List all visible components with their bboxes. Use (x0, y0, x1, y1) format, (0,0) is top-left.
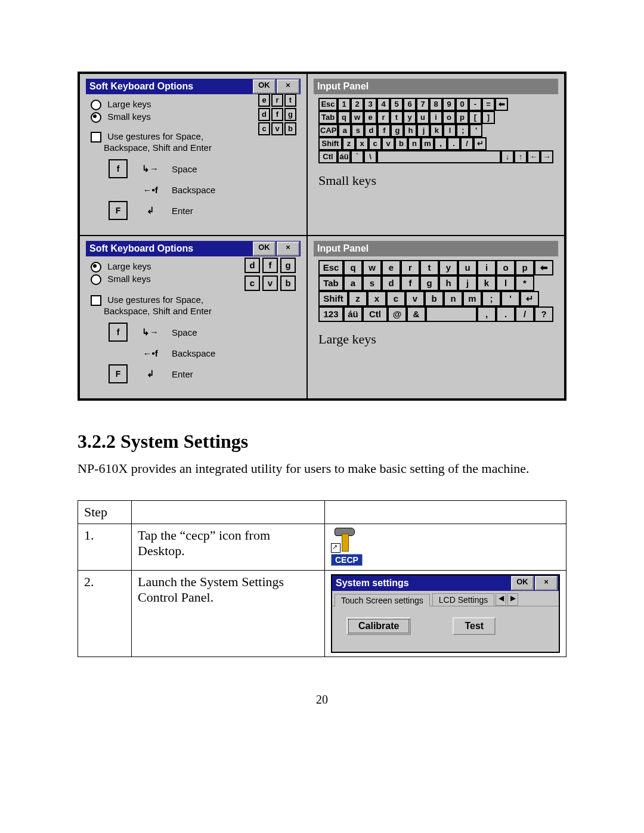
soft-kbd-options-small: Soft Keyboard Options OK × Large keys Sm… (79, 73, 307, 236)
checkbox-label-2: Backspace, Shift and Enter (104, 143, 212, 153)
radio-icon (91, 112, 101, 123)
window-title: System settings (336, 578, 409, 589)
checkbox-icon (91, 295, 101, 306)
caption-large-keys: Large keys (318, 332, 553, 347)
step-number: 2. (78, 571, 132, 657)
step-number: 1. (78, 524, 132, 571)
gesture-arrow-icon: ←•f (138, 185, 162, 195)
close-button[interactable]: × (535, 576, 558, 590)
gesture-arrow-icon: ←•f (138, 348, 162, 358)
enter-key[interactable]: ↵ (520, 291, 539, 306)
gesture-label: Space (172, 164, 197, 174)
close-button[interactable]: × (277, 241, 299, 256)
window-title: Soft Keyboard Options (89, 243, 193, 254)
gesture-label: Backspace (172, 185, 215, 195)
cecp-desktop-icon[interactable]: CECP (331, 528, 363, 566)
titlebar: Input Panel (314, 241, 558, 256)
step-desc: Launch the System Settings Control Panel… (132, 571, 325, 657)
tab-strip: Touch Screen settings LCD Settings ◀ ▶ (332, 591, 559, 606)
tab-scroll-left-icon[interactable]: ◀ (496, 593, 506, 606)
shortcut-overlay-icon (331, 543, 340, 553)
system-settings-window: System settings OK × Touch Screen settin… (331, 574, 560, 653)
checkbox-gestures[interactable]: Use gestures for Space, Backspace, Shift… (91, 295, 296, 316)
gesture-space: f ↳→ Space (109, 323, 296, 342)
close-button[interactable]: × (277, 79, 299, 94)
ok-button[interactable]: OK (253, 79, 275, 94)
onscreen-keyboard-large[interactable]: Escqwertyuiop⬅ Tabasdfghjkl* Shiftzxcvbn… (318, 260, 553, 322)
window-title: Input Panel (317, 81, 369, 92)
onscreen-keyboard-small[interactable]: Esc1234567890-=⬅ Tabqwertyuiop[] CAPasdf… (318, 98, 553, 163)
radio-icon (91, 262, 101, 272)
step-desc: Tap the “cecp” icon from Desktop. (132, 524, 325, 571)
titlebar: Soft Keyboard Options OK × (86, 79, 301, 94)
space-key[interactable] (377, 150, 501, 163)
calibrate-button[interactable]: Calibrate (346, 617, 411, 635)
cecp-label: CECP (331, 554, 363, 566)
gesture-backspace: ←•f Backspace (109, 343, 296, 363)
input-panel-small: Input Panel Esc1234567890-=⬅ Tabqwertyui… (307, 73, 565, 236)
steps-table: Step 1. Tap the “cecp” icon from Desktop… (78, 500, 566, 657)
radio-label: Large keys (107, 99, 151, 109)
table-row: 2. Launch the System Settings Control Pa… (78, 571, 566, 657)
backspace-key[interactable]: ⬅ (534, 260, 553, 275)
gesture-shift: F ↲ Enter (109, 364, 296, 383)
test-button[interactable]: Test (453, 617, 496, 635)
titlebar: Input Panel (314, 79, 558, 94)
hammer-icon (331, 528, 356, 553)
gesture-arrow-icon: ↲ (138, 368, 162, 379)
soft-kbd-options-large: Soft Keyboard Options OK × Large keys Sm… (79, 236, 307, 399)
radio-icon (91, 100, 101, 110)
gesture-label: Enter (172, 206, 193, 216)
sample-key: e (258, 94, 270, 107)
table-header-row: Step (78, 501, 566, 524)
section-paragraph: NP-610X provides an integrated utility f… (78, 461, 566, 476)
window-title: Soft Keyboard Options (89, 81, 193, 92)
tab-touch-screen[interactable]: Touch Screen settings (335, 594, 430, 606)
tab-scroll-right-icon[interactable]: ▶ (507, 593, 518, 606)
window-title: Input Panel (317, 243, 369, 254)
gesture-arrow-icon: ↳→ (138, 163, 162, 174)
gesture-shift: F ↲ Enter (109, 201, 296, 220)
gesture-space: f ↳→ Space (109, 159, 296, 178)
ok-button[interactable]: OK (253, 241, 275, 256)
radio-label: Small keys (107, 112, 151, 122)
enter-key[interactable]: ↵ (473, 137, 487, 150)
ok-button[interactable]: OK (511, 576, 534, 590)
table-row: 1. Tap the “cecp” icon from Desktop. CEC… (78, 524, 566, 571)
caption-small-keys: Small keys (318, 173, 553, 188)
key[interactable]: Esc (318, 98, 338, 111)
checkbox-label: Use gestures for Space, (107, 131, 203, 141)
checkbox-label: Use gestures for Space, (107, 295, 203, 305)
radio-icon (91, 274, 101, 285)
section-heading: 3.2.2 System Settings (78, 431, 566, 453)
titlebar: System settings OK × (332, 575, 559, 591)
gesture-arrow-icon: ↳→ (138, 327, 162, 337)
page-number: 20 (78, 693, 566, 707)
checkbox-icon (91, 132, 101, 143)
radio-label: Small keys (107, 274, 151, 284)
backspace-key[interactable]: ⬅ (495, 98, 508, 111)
gesture-box-f: f (109, 159, 128, 178)
gesture-arrow-icon: ↲ (138, 205, 162, 216)
radio-label: Large keys (107, 261, 151, 271)
space-key[interactable] (426, 306, 477, 322)
col-step: Step (78, 501, 132, 524)
gesture-box-F: F (109, 201, 128, 220)
titlebar: Soft Keyboard Options OK × (86, 241, 301, 256)
checkbox-label-2: Backspace, Shift and Enter (104, 306, 212, 316)
input-panel-large: Input Panel Escqwertyuiop⬅ Tabasdfghjkl*… (307, 236, 565, 399)
tab-lcd-settings[interactable]: LCD Settings (432, 593, 494, 606)
gesture-backspace: ←•f Backspace (109, 180, 296, 199)
keyboard-figure: Soft Keyboard Options OK × Large keys Sm… (78, 72, 566, 401)
